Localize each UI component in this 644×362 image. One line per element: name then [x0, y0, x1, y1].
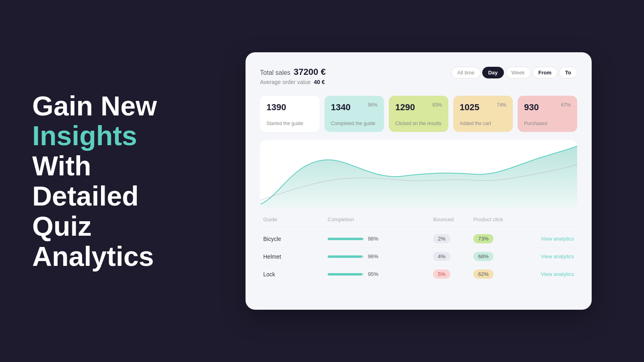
table-header: Guide Completion Bounced Product click: [260, 216, 577, 227]
product-bicycle: 73%: [473, 234, 522, 243]
headline-line5: Quiz: [32, 211, 91, 241]
view-analytics-lock[interactable]: View analytics: [522, 271, 574, 277]
stat-label-started: Started the guide: [266, 121, 313, 126]
stat-label-completed: Completed the guide: [331, 121, 378, 126]
completion-bar-helmet: 96%: [328, 253, 433, 259]
sales-info: Total sales 37200 € Average order value …: [260, 67, 326, 93]
bounced-badge-bicycle: 2%: [433, 234, 450, 243]
bar-fill: [328, 255, 362, 258]
filter-to[interactable]: To: [559, 67, 577, 78]
headline-line1: Gain New: [32, 90, 157, 121]
stats-row: 1390 Started the guide 1340 96% Complete…: [260, 96, 577, 132]
stat-card-clicked: 1290 93% Clicked on the results: [389, 96, 448, 132]
bar-bg: [328, 238, 364, 240]
total-sales-value: 37200 €: [294, 67, 326, 77]
time-filters: All time Day Week From To: [451, 67, 577, 78]
chart-area: [260, 140, 577, 208]
stat-percent-purchased: 67%: [561, 102, 571, 108]
stat-number-clicked: 1290: [395, 102, 415, 112]
col-product-click: Product click: [473, 216, 522, 222]
bounced-lock: 5%: [433, 269, 473, 279]
bar-bg: [328, 273, 364, 276]
avg-order: Average order value 40 €: [260, 79, 326, 85]
headline-line6: Analytics: [32, 241, 154, 272]
stat-card-purchased: 930 67% Purchased: [518, 96, 577, 132]
completion-pct-lock: 95%: [368, 271, 378, 277]
guide-lock: Lock: [263, 271, 328, 278]
stat-label-purchased: Purchased: [524, 121, 571, 126]
header-row: Total sales 37200 € Average order value …: [260, 67, 577, 93]
stat-number-purchased: 930: [524, 102, 539, 112]
completion-bar-bicycle: 98%: [328, 236, 433, 242]
col-completion: Completion: [328, 216, 433, 222]
completion-bar-lock: 95%: [328, 271, 433, 277]
chart-svg: [260, 140, 577, 208]
product-badge-bicycle: 73%: [473, 234, 493, 243]
stat-card-completed: 1340 96% Completed the guide: [324, 96, 384, 132]
total-sales-label: Total sales: [260, 69, 291, 76]
stat-label-cart: Added the cart: [460, 121, 506, 126]
headline-line3: With: [32, 150, 91, 181]
filter-week[interactable]: Week: [506, 67, 531, 78]
headline: Gain New Insights With Detailed Quiz Ana…: [32, 91, 177, 272]
view-analytics-helmet[interactable]: View analytics: [522, 253, 574, 259]
stat-number-started: 1390: [266, 102, 286, 112]
view-analytics-bicycle[interactable]: View analytics: [522, 236, 574, 242]
bounced-badge-lock: 5%: [433, 269, 450, 279]
stat-percent-completed: 96%: [368, 102, 378, 108]
col-guide: Guide: [263, 216, 328, 222]
bar-bg: [328, 255, 364, 258]
table-section: Guide Completion Bounced Product click B…: [260, 216, 577, 283]
product-badge-lock: 62%: [473, 269, 493, 279]
bounced-bicycle: 2%: [433, 234, 473, 243]
stat-label-clicked: Clicked on the results: [395, 121, 442, 126]
stat-card-cart: 1025 74% Added the cart: [453, 96, 513, 132]
bar-fill: [328, 238, 363, 240]
filter-day[interactable]: Day: [482, 67, 504, 78]
product-lock: 62%: [473, 269, 522, 279]
avg-order-label: Average order value: [260, 79, 311, 85]
dashboard-card: Total sales 37200 € Average order value …: [246, 52, 592, 310]
stat-number-completed: 1340: [331, 102, 351, 112]
avg-order-value: 40 €: [314, 79, 325, 85]
bar-fill: [328, 273, 362, 276]
table-row: Helmet 96% 4% 68% View analytics: [260, 248, 577, 265]
stat-number-cart: 1025: [460, 102, 479, 112]
completion-pct-bicycle: 98%: [368, 236, 378, 242]
guide-helmet: Helmet: [263, 253, 328, 260]
table-row: Bicycle 98% 2% 73% View analytics: [260, 230, 577, 248]
stat-percent-clicked: 93%: [432, 102, 442, 108]
col-actions: [522, 216, 574, 222]
bounced-badge-helmet: 4%: [433, 252, 450, 261]
filter-from[interactable]: From: [533, 67, 558, 78]
completion-pct-helmet: 96%: [368, 253, 378, 259]
filter-alltime[interactable]: All time: [451, 67, 481, 78]
left-panel: Gain New Insights With Detailed Quiz Ana…: [0, 67, 201, 296]
col-bounced: Bounced: [433, 216, 473, 222]
stat-percent-cart: 74%: [497, 102, 506, 108]
guide-bicycle: Bicycle: [263, 236, 328, 242]
bounced-helmet: 4%: [433, 252, 473, 261]
product-badge-helmet: 68%: [473, 252, 493, 261]
right-panel: Total sales 37200 € Average order value …: [201, 36, 644, 326]
table-row: Lock 95% 5% 62% View analytics: [260, 265, 577, 283]
headline-line4: Detailed: [32, 181, 139, 211]
product-helmet: 68%: [473, 252, 522, 261]
stat-card-started: 1390 Started the guide: [260, 96, 320, 132]
headline-line2: Insights: [32, 120, 137, 151]
